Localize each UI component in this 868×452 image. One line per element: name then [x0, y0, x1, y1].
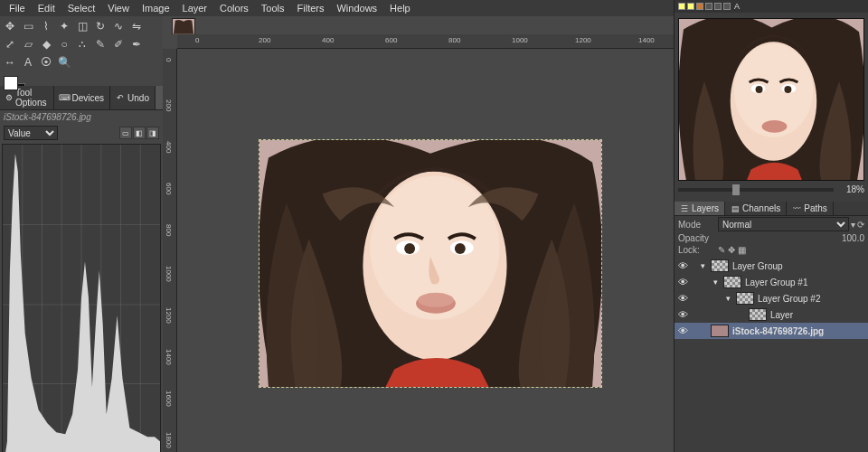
right-tab-channels[interactable]: ▤Channels — [725, 202, 787, 215]
rect-select-tool[interactable]: ▭ — [20, 18, 36, 34]
tab-label: Channels — [742, 203, 780, 213]
bucket-tool[interactable]: ◆ — [38, 36, 54, 52]
crop-tool[interactable]: ◫ — [74, 18, 90, 34]
tool-grid: ✥▭⌇✦◫↻∿⇋⤢▱◆○∴✎✐✒↔A⦿🔍 — [0, 16, 163, 72]
ruler-tick: 1000 — [165, 266, 173, 282]
menu-edit[interactable]: Edit — [33, 1, 61, 15]
scale-tool[interactable]: ⤢ — [2, 36, 18, 52]
move-tool[interactable]: ✥ — [2, 18, 18, 34]
visibility-icon[interactable]: 👁 — [678, 309, 691, 320]
layers-dock: ☰Layers▤Channels〰Paths Mode Normal ▾ ⟳ O… — [675, 202, 868, 341]
menu-colors[interactable]: Colors — [214, 1, 254, 15]
svg-point-27 — [784, 86, 791, 93]
visibility-icon[interactable]: 👁 — [678, 260, 691, 271]
dock-switch-icon[interactable] — [723, 3, 731, 10]
image-canvas[interactable] — [259, 139, 602, 388]
expander-icon[interactable]: ▾ — [723, 294, 732, 303]
svg-point-17 — [404, 243, 415, 254]
svg-point-28 — [762, 120, 788, 133]
histogram-rgb-button[interactable]: ◨ — [146, 127, 159, 139]
perspective-tool[interactable]: ▱ — [20, 36, 36, 52]
zoom-tool[interactable]: 🔍 — [56, 54, 72, 71]
text-tool[interactable]: A — [20, 54, 36, 71]
ruler-tick: 200 — [259, 36, 270, 44]
right-tab-layers[interactable]: ☰Layers — [675, 202, 725, 215]
visibility-icon[interactable]: 👁 — [678, 293, 691, 304]
zoom-slider[interactable] — [678, 188, 834, 192]
ruler-horizontal: 0200400600800100012001400 — [177, 34, 674, 49]
lock-alpha-icon[interactable]: ▦ — [738, 245, 746, 255]
lock-pixels-icon[interactable]: ✎ — [718, 245, 725, 255]
menu-windows[interactable]: Windows — [331, 1, 382, 15]
opacity-label: Opacity — [678, 233, 714, 243]
blend-mode-select[interactable]: Normal — [718, 217, 849, 231]
color-picker-tool[interactable]: ⦿ — [38, 54, 54, 71]
navigation-preview[interactable] — [678, 18, 864, 181]
left-tab-undo[interactable]: ↶Undo — [110, 86, 156, 109]
measure-tool[interactable]: ↔ — [2, 54, 18, 71]
menu-view[interactable]: View — [102, 1, 135, 15]
ruler-tick: 1400 — [638, 36, 655, 44]
menu-filters[interactable]: Filters — [292, 1, 330, 15]
zoom-slider-handle[interactable] — [732, 184, 740, 195]
menu-tools[interactable]: Tools — [256, 1, 290, 15]
lock-buttons: ✎ ✥ ▦ — [718, 245, 746, 255]
histogram-channel-select[interactable]: Value — [4, 126, 58, 140]
canvas-viewport[interactable] — [177, 49, 674, 452]
ruler-tick: 0 — [195, 36, 199, 44]
layer-row[interactable]: 👁 Layer — [675, 306, 868, 323]
ruler-tick: 600 — [165, 183, 173, 194]
dock-switch-icon[interactable] — [687, 3, 694, 10]
histogram-document-name: iStock-847698726.jpg — [0, 110, 163, 124]
menu-help[interactable]: Help — [384, 1, 416, 15]
warp-tool[interactable]: ∿ — [110, 18, 127, 34]
ruler-tick: 1800 — [165, 432, 173, 448]
left-tab-devices[interactable]: ⌨Devices — [54, 86, 110, 109]
text-icon[interactable]: A — [734, 2, 740, 11]
reset-icon[interactable]: ⟳ — [857, 220, 864, 230]
tab-icon: ⌨ — [60, 93, 69, 102]
lock-position-icon[interactable]: ✥ — [728, 245, 735, 255]
tab-label: Devices — [71, 93, 104, 103]
visibility-icon[interactable]: 👁 — [678, 325, 691, 336]
dock-switch-icon[interactable] — [714, 3, 722, 10]
menu-image[interactable]: Image — [137, 1, 175, 15]
layer-row[interactable]: 👁▾Layer Group — [675, 258, 868, 274]
lock-label: Lock: — [678, 245, 714, 255]
left-dock-tabs: ⚙Tool Options⌨Devices↶Undo▮Histogram — [0, 86, 163, 110]
layer-row[interactable]: 👁▾Layer Group #2 — [675, 290, 868, 306]
ruler-vertical: 020040060080010001200140016001800 — [163, 49, 177, 452]
layer-tree: 👁▾Layer Group👁▾Layer Group #1👁▾Layer Gro… — [675, 256, 868, 341]
layer-name: Layer — [770, 310, 793, 320]
left-dock: ⚙Tool Options⌨Devices↶Undo▮Histogram iSt… — [0, 86, 163, 452]
rotate-tool[interactable]: ↻ — [92, 18, 108, 34]
dock-switch-icon[interactable] — [696, 3, 703, 10]
menu-select[interactable]: Select — [62, 1, 101, 15]
dock-switch-icon[interactable] — [705, 3, 712, 10]
flip-tool[interactable]: ⇋ — [128, 18, 145, 34]
dock-switch-icon[interactable] — [678, 3, 685, 10]
lasso-tool[interactable]: ⌇ — [38, 18, 54, 34]
expander-icon[interactable]: ▾ — [698, 261, 707, 270]
menu-file[interactable]: File — [4, 1, 31, 15]
ruler-tick: 0 — [165, 58, 173, 61]
layer-row[interactable]: 👁▾Layer Group #1 — [675, 274, 868, 290]
chevron-down-icon: ▾ — [851, 220, 855, 230]
brush-tool[interactable]: ✎ — [92, 36, 108, 52]
menu-layer[interactable]: Layer — [177, 1, 213, 15]
layer-row[interactable]: 👁 iStock-847698726.jpg — [675, 323, 868, 339]
wand-tool[interactable]: ✦ — [56, 18, 72, 34]
blur-tool[interactable]: ○ — [56, 36, 72, 52]
smudge-tool[interactable]: ∴ — [74, 36, 90, 52]
ink-tool[interactable]: ✒ — [128, 36, 145, 52]
histogram-linear-button[interactable]: ▭ — [119, 127, 132, 139]
visibility-icon[interactable]: 👁 — [678, 277, 691, 287]
foreground-color[interactable] — [4, 76, 18, 90]
layer-name: iStock-847698726.jpg — [732, 326, 824, 336]
expander-icon[interactable]: ▾ — [711, 278, 720, 287]
layer-thumbnail — [723, 276, 741, 288]
document-tab-thumbnail[interactable] — [172, 18, 195, 34]
histogram-log-button[interactable]: ◧ — [133, 127, 146, 139]
pencil-tool[interactable]: ✐ — [110, 36, 127, 52]
right-tab-paths[interactable]: 〰Paths — [787, 202, 834, 215]
